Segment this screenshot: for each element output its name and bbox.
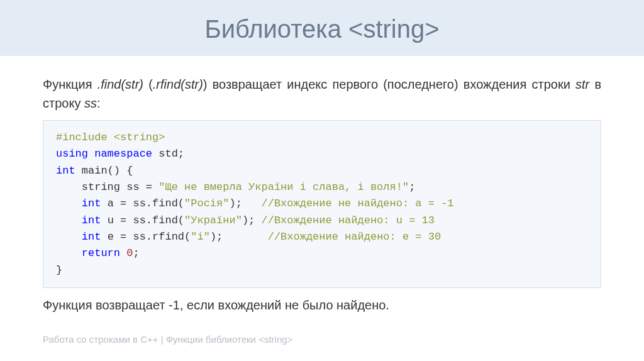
code-string-lib: <string> bbox=[114, 131, 165, 143]
code-int-e: int bbox=[82, 231, 101, 243]
header-band: Библиотека <string> bbox=[0, 0, 644, 56]
code-eq-1: = bbox=[140, 181, 159, 193]
code-comment-e: //Вхождение найдено: e = 30 bbox=[268, 231, 441, 243]
code-lit-e: "і" bbox=[191, 231, 210, 243]
code-string-type: string bbox=[82, 181, 120, 193]
code-semi-6: ; bbox=[133, 247, 139, 259]
code-op: ( bbox=[108, 165, 114, 177]
code-eq-3: = bbox=[114, 214, 133, 226]
code-int-a: int bbox=[82, 197, 101, 209]
code-semi-1: ; bbox=[178, 148, 184, 160]
code-cb: } bbox=[56, 264, 62, 276]
code-comment-u: //Вхождение найдено: u = 13 bbox=[262, 214, 435, 226]
code-main: main bbox=[82, 165, 108, 177]
desc-paren-open: ( bbox=[143, 77, 153, 91]
description-paragraph: Функция .find(str) (.rfind(str)) возвращ… bbox=[43, 75, 601, 113]
code-ob: { bbox=[120, 165, 133, 177]
code-cp: ) bbox=[114, 165, 120, 177]
code-e: e bbox=[108, 231, 114, 243]
content-area: Функция .find(str) (.rfind(str)) возвращ… bbox=[0, 75, 644, 313]
code-cp-u: ) bbox=[242, 214, 248, 226]
code-lit-a: "Росія" bbox=[184, 197, 229, 209]
desc-str-var: str bbox=[575, 77, 589, 91]
code-semi-3: ; bbox=[236, 197, 242, 209]
code-std: std bbox=[158, 148, 178, 160]
desc-fn1: .find(str) bbox=[97, 77, 143, 91]
desc-end: : bbox=[97, 96, 101, 110]
code-eq-4: = bbox=[114, 231, 133, 243]
code-cp-e: ) bbox=[210, 231, 216, 243]
desc-prefix: Функция bbox=[43, 77, 97, 91]
code-a: a bbox=[108, 197, 114, 209]
code-return: return bbox=[82, 247, 120, 259]
code-cp-a: ) bbox=[229, 197, 235, 209]
desc-ss-var: ss bbox=[84, 96, 97, 110]
code-u: u bbox=[108, 214, 114, 226]
code-find-a: ss.find( bbox=[133, 197, 184, 209]
code-using: using bbox=[56, 148, 88, 160]
code-int-main: int bbox=[56, 165, 75, 177]
code-int-u: int bbox=[82, 214, 101, 226]
code-namespace: namespace bbox=[94, 148, 152, 160]
code-eq-2: = bbox=[114, 197, 133, 209]
code-semi-4: ; bbox=[248, 214, 255, 226]
desc-fn2: .rfind(str) bbox=[153, 77, 203, 91]
code-lit-u: "України" bbox=[184, 214, 242, 226]
code-ss-lit: "Ще не вмерла України і слава, і воля!" bbox=[158, 181, 409, 193]
code-semi-2: ; bbox=[409, 181, 415, 193]
code-semi-5: ; bbox=[216, 231, 223, 243]
desc-mid: возвращает индекс первого (последнего) в… bbox=[213, 77, 575, 91]
code-block: #include <string> using namespace std; i… bbox=[43, 120, 601, 288]
code-ss: ss bbox=[126, 181, 139, 193]
post-note: Функция возвращает -1, если вхождений не… bbox=[43, 298, 601, 313]
page-title: Библиотека <string> bbox=[0, 15, 644, 43]
code-rfind-e: ss.rfind( bbox=[133, 231, 191, 243]
code-find-u: ss.find( bbox=[133, 214, 184, 226]
code-zero: 0 bbox=[126, 247, 133, 259]
desc-paren-close: ) bbox=[203, 77, 213, 91]
code-include: #include bbox=[56, 131, 114, 143]
footer-text: Работа со строками в C++ | Функции библи… bbox=[43, 334, 292, 345]
code-comment-a: //Вхождение не найдено: a = -1 bbox=[262, 197, 454, 209]
